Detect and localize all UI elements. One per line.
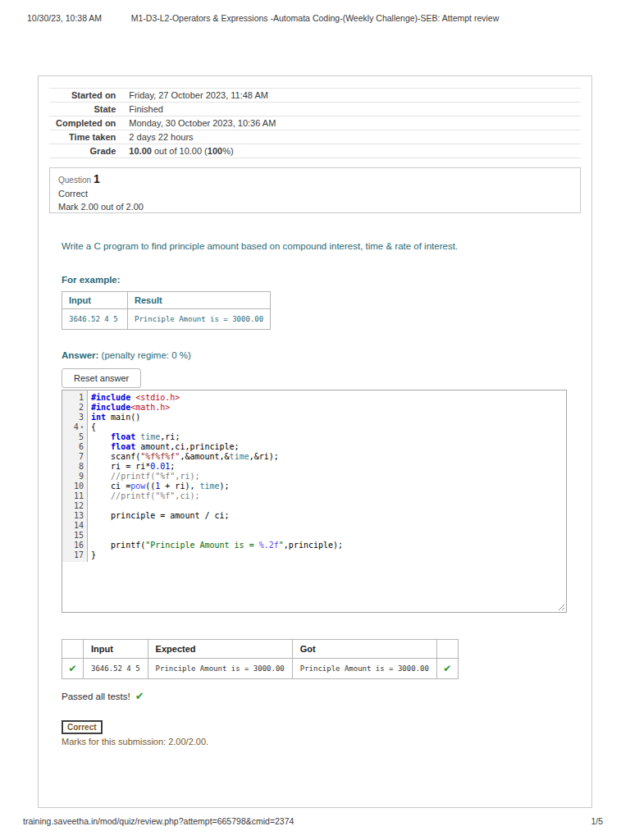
gutter-line-number: 8 bbox=[62, 462, 84, 472]
gutter-line-number: 14 bbox=[62, 521, 84, 531]
example-col-result: Result bbox=[128, 292, 271, 309]
summary-row-completed: Completed on Monday, 30 October 2023, 10… bbox=[49, 116, 581, 130]
penalty-regime: (penalty regime: 0 %) bbox=[98, 350, 191, 360]
summary-row-started: Started on Friday, 27 October 2023, 11:4… bbox=[49, 89, 581, 103]
question-number-line: Question1 bbox=[58, 172, 572, 185]
example-header-row: Input Result bbox=[62, 292, 271, 309]
answer-label: Answer: bbox=[62, 350, 98, 360]
code-line[interactable]: ci =pow((1 + ri), time); bbox=[91, 482, 343, 491]
summary-label: State bbox=[49, 103, 122, 116]
summary-label: Completed on bbox=[49, 116, 122, 130]
results-col-pass2 bbox=[436, 640, 458, 659]
code-line[interactable]: scanf("%f%f%f",&amount,&time,&ri); bbox=[91, 452, 343, 462]
summary-value: Friday, 27 October 2023, 11:48 AM bbox=[122, 89, 581, 103]
code-line[interactable]: { bbox=[91, 422, 343, 432]
gutter-line-number: 15 bbox=[62, 531, 84, 541]
code-lines[interactable]: #include <stdio.h>#include<math.h>int ma… bbox=[88, 390, 343, 562]
gutter-line-number: 17 bbox=[62, 550, 84, 560]
question-info-box: Question1 Correct Mark 2.00 out of 2.00 bbox=[49, 167, 581, 213]
gutter-line-number: 10 bbox=[62, 482, 84, 491]
summary-value: Monday, 30 October 2023, 10:36 AM bbox=[122, 116, 581, 130]
gutter-line-number: 11 bbox=[62, 491, 84, 501]
code-line[interactable]: #include<math.h> bbox=[91, 403, 343, 413]
code-line[interactable]: float time,ri; bbox=[91, 432, 343, 442]
summary-label: Started on bbox=[49, 89, 122, 103]
code-line[interactable] bbox=[91, 521, 343, 531]
gutter-line-number: 6 bbox=[62, 442, 84, 452]
gutter-line-number: 7 bbox=[62, 452, 84, 462]
attempt-review-page: 10/30/23, 10:38 AM M1-D3-L2-Operators & … bbox=[0, 0, 630, 840]
question-number: 1 bbox=[94, 172, 100, 185]
gutter-line-number: 1 bbox=[62, 393, 84, 403]
code-line[interactable]: principle = amount / ci; bbox=[91, 511, 343, 521]
summary-value: Finished bbox=[122, 103, 581, 116]
question-status: Correct bbox=[58, 189, 572, 199]
reset-answer-button[interactable]: Reset answer bbox=[62, 368, 141, 388]
summary-row-timetaken: Time taken 2 days 22 hours bbox=[49, 130, 581, 144]
gutter-line-number: 13 bbox=[62, 511, 84, 521]
grade-percent: 100 bbox=[208, 146, 222, 156]
code-line[interactable] bbox=[91, 531, 343, 541]
gutter-line-number: 2 bbox=[62, 403, 84, 413]
code-line[interactable]: printf("Principle Amount is = %.2f",prin… bbox=[91, 541, 343, 550]
passed-check-icon: ✔ bbox=[135, 690, 144, 702]
results-header-row: Input Expected Got bbox=[62, 640, 459, 659]
summary-label: Time taken bbox=[49, 130, 122, 144]
gutter-line-number: 4▾ bbox=[62, 422, 84, 432]
quiz-review-card: Started on Friday, 27 October 2023, 11:4… bbox=[38, 75, 592, 808]
passed-all-tests-line: Passed all tests!✔ bbox=[62, 690, 581, 702]
fold-arrow-icon[interactable]: ▾ bbox=[80, 424, 84, 431]
correct-badge: Correct bbox=[62, 720, 103, 734]
code-line[interactable]: } bbox=[91, 550, 343, 560]
example-table: Input Result 3646.52 4 5 Principle Amoun… bbox=[62, 291, 271, 330]
grade-end: %) bbox=[222, 146, 233, 156]
code-editor[interactable]: 1234▾567891011121314151617 #include <std… bbox=[62, 390, 567, 613]
result-input-value: 3646.52 4 5 bbox=[84, 659, 148, 679]
gutter-line-number: 16 bbox=[62, 541, 84, 550]
question-mark: Mark 2.00 out of 2.00 bbox=[58, 202, 572, 212]
results-col-input: Input bbox=[84, 640, 148, 659]
question-word: Question bbox=[58, 176, 91, 185]
summary-value: 2 days 22 hours bbox=[122, 130, 581, 144]
pass-check-icon: ✔ bbox=[436, 659, 458, 679]
example-col-input: Input bbox=[62, 292, 128, 309]
code-line[interactable]: ri = ri*0.01; bbox=[91, 462, 343, 472]
resize-handle-icon[interactable] bbox=[556, 602, 565, 611]
results-col-expected: Expected bbox=[148, 640, 292, 659]
ace-editor[interactable]: 1234▾567891011121314151617 #include <std… bbox=[62, 390, 566, 562]
summary-row-state: State Finished bbox=[49, 103, 581, 116]
summary-grade-value: 10.00 out of 10.00 (100%) bbox=[122, 144, 581, 158]
gutter: 1234▾567891011121314151617 bbox=[62, 390, 88, 562]
result-got-value: Principle Amount is = 3000.00 bbox=[292, 659, 436, 679]
gutter-line-number: 9 bbox=[62, 472, 84, 482]
pass-check-icon: ✔ bbox=[62, 659, 84, 679]
code-line[interactable]: float amount,ci,principle; bbox=[91, 442, 343, 452]
passed-text: Passed all tests! bbox=[62, 692, 130, 701]
test-results-table: Input Expected Got ✔ 3646.52 4 5 Princip… bbox=[62, 639, 459, 679]
code-line[interactable]: //printf("%f",ri); bbox=[91, 472, 343, 482]
print-header-datetime: 10/30/23, 10:38 AM bbox=[27, 13, 102, 23]
attempt-summary-table: Started on Friday, 27 October 2023, 11:4… bbox=[49, 88, 581, 158]
gutter-line-number: 5 bbox=[62, 432, 84, 442]
gutter-line-number: 12 bbox=[62, 501, 84, 511]
results-col-got: Got bbox=[292, 640, 436, 659]
summary-row-grade: Grade 10.00 out of 10.00 (100%) bbox=[49, 144, 581, 158]
print-footer-url: training.saveetha.in/mod/quiz/review.php… bbox=[23, 816, 294, 826]
grade-score: 10.00 bbox=[129, 146, 152, 156]
answer-line: Answer: (penalty regime: 0 %) bbox=[62, 350, 581, 360]
submission-marks: Marks for this submission: 2.00/2.00. bbox=[62, 737, 581, 746]
question-content: Write a C program to find principle amou… bbox=[62, 241, 581, 746]
code-line[interactable]: #include <stdio.h> bbox=[91, 393, 343, 403]
code-line[interactable] bbox=[91, 501, 343, 511]
gutter-line-number: 3 bbox=[62, 413, 84, 422]
results-col-pass bbox=[62, 640, 84, 659]
result-expected-value: Principle Amount is = 3000.00 bbox=[148, 659, 292, 679]
question-text: Write a C program to find principle amou… bbox=[62, 241, 581, 251]
example-input-value: 3646.52 4 5 bbox=[62, 309, 128, 330]
print-footer-pagenum: 1/5 bbox=[591, 816, 603, 826]
code-line[interactable]: int main() bbox=[91, 413, 343, 422]
example-result-value: Principle Amount is = 3000.00 bbox=[128, 309, 271, 330]
results-data-row: ✔ 3646.52 4 5 Principle Amount is = 3000… bbox=[62, 659, 459, 679]
code-line[interactable]: //printf("%f",ci); bbox=[91, 491, 343, 501]
for-example-heading: For example: bbox=[62, 275, 581, 285]
